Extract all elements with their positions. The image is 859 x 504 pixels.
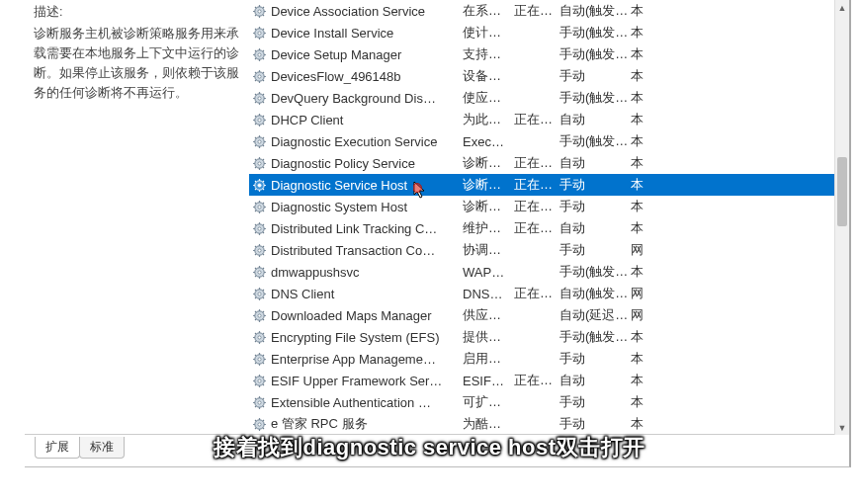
service-description: 使应… [463,89,514,107]
service-row[interactable]: Distributed Link Tracking C…维护…正在…自动本 [249,217,834,239]
service-logon-as: 本 [631,111,648,128]
svg-line-67 [262,144,263,145]
service-logon-as: 本 [631,89,648,107]
service-row[interactable]: Device Install Service使计…手动(触发…本 [249,22,834,43]
svg-line-78 [262,159,263,160]
scroll-up-arrow[interactable]: ▲ [835,0,849,15]
service-description: 为此… [463,111,514,128]
svg-line-117 [262,253,263,254]
vertical-scrollbar[interactable]: ▲ ▼ [834,0,849,435]
service-row[interactable]: Distributed Transaction Co…协调…手动网 [249,239,834,261]
svg-line-99 [255,210,256,210]
svg-point-121 [257,270,260,273]
service-description: 诊断… [463,198,514,215]
service-name: ESIF Upper Framework Ser… [269,374,463,388]
svg-point-171 [257,378,260,381]
svg-line-86 [255,181,256,182]
service-description: 设备… [463,67,514,85]
svg-point-151 [257,335,260,338]
svg-line-179 [255,383,256,384]
service-row[interactable]: Device Setup Manager支持…手动(触发…本 [249,43,834,65]
service-startup-type: 手动 [559,241,631,259]
service-logon-as: 本 [631,350,648,368]
service-name: Encrypting File System (EFS) [269,330,463,345]
service-startup-type: 自动 [559,219,631,237]
svg-line-108 [262,224,263,225]
svg-line-27 [262,57,263,58]
tab-extended[interactable]: 扩展 [35,437,80,459]
service-startup-type: 自动(延迟… [559,306,631,324]
gear-icon [249,308,269,323]
service-row[interactable]: Encrypting File System (EFS)提供…手动(触发…本 [249,326,834,348]
services-list[interactable]: Device Association Service在系…正在…自动(触发…本 … [249,0,834,434]
scroll-thumb[interactable] [837,157,847,226]
svg-line-148 [262,311,263,312]
gear-icon [249,113,269,127]
service-row[interactable]: DevicesFlow_496148b设备…手动本 [249,65,834,87]
service-logon-as: 本 [631,2,648,20]
service-row[interactable]: Diagnostic Service Host诊断…正在…手动本 [249,174,834,196]
svg-line-28 [262,50,263,51]
service-logon-as: 本 [631,45,648,63]
service-logon-as: 网 [631,285,648,302]
scroll-track[interactable] [835,15,849,420]
svg-point-11 [257,31,260,34]
svg-line-59 [255,123,256,124]
service-name: Device Setup Manager [269,47,463,62]
svg-line-88 [262,181,263,182]
svg-line-8 [262,7,263,8]
service-logon-as: 本 [631,372,648,389]
service-row[interactable]: Enterprise App Manageme…启用…手动本 [249,348,834,370]
service-description: 在系… [463,2,514,20]
service-name: Device Install Service [269,26,463,41]
svg-point-31 [257,74,260,77]
service-name: Distributed Link Tracking C… [269,221,463,236]
svg-line-66 [255,137,256,138]
content-area: 描述: 诊断服务主机被诊断策略服务用来承载需要在本地服务上下文中运行的诊断。如果… [25,0,834,435]
service-startup-type: 手动 [559,415,631,433]
svg-line-77 [262,166,263,167]
svg-line-199 [255,427,256,428]
service-row[interactable]: DevQuery Background Dis…使应…手动(触发…本 [249,87,834,109]
scroll-down-arrow[interactable]: ▼ [835,420,849,435]
svg-line-58 [262,116,263,117]
service-row[interactable]: Extensible Authentication …可扩…手动本 [249,391,834,413]
service-row[interactable]: Downloaded Maps Manager供应…自动(延迟…网 [249,304,834,326]
service-description: 维护… [463,219,514,237]
service-row[interactable]: Device Association Service在系…正在…自动(触发…本 [249,0,834,22]
svg-line-197 [262,427,263,428]
svg-point-21 [257,52,260,55]
svg-line-56 [255,116,256,117]
services-window: 描述: 诊断服务主机被诊断策略服务用来承载需要在本地服务上下文中运行的诊断。如果… [25,0,851,467]
svg-line-19 [255,36,256,37]
service-row[interactable]: DNS ClientDNS…正在…自动(触发…网 [249,283,834,304]
svg-line-87 [262,188,263,189]
service-startup-type: 手动 [559,67,631,85]
service-startup-type: 自动 [559,111,631,128]
svg-point-71 [257,161,260,164]
service-status: 正在… [514,372,559,389]
tab-standard[interactable]: 标准 [79,437,125,459]
svg-point-111 [257,248,260,251]
service-name: DNS Client [269,287,463,301]
service-row[interactable]: e 管家 RPC 服务为酷…手动本 [249,413,834,434]
service-description: 供应… [463,306,514,324]
services-list-panel: Device Association Service在系…正在…自动(触发…本 … [249,0,834,434]
service-row[interactable]: dmwappushsvcWAP…手动(触发…本 [249,261,834,283]
service-startup-type: 手动 [559,350,631,368]
service-startup-type: 手动 [559,198,631,215]
gear-icon [249,330,269,345]
svg-line-18 [262,29,263,30]
svg-line-97 [262,210,263,210]
service-row[interactable]: Diagnostic System Host诊断…正在…手动本 [249,196,834,217]
svg-line-178 [262,377,263,378]
gear-icon [249,69,269,84]
service-row[interactable]: DHCP Client为此…正在…自动本 [249,109,834,130]
service-row[interactable]: Diagnostic Policy Service诊断…正在…自动本 [249,152,834,174]
service-name: Diagnostic Service Host [269,178,463,193]
service-row[interactable]: Diagnostic Execution ServiceExec…手动(触发…本 [249,130,834,152]
service-row[interactable]: ESIF Upper Framework Ser…ESIF…正在…自动本 [249,370,834,391]
service-logon-as: 本 [631,132,648,150]
svg-point-191 [257,422,260,425]
svg-line-186 [255,398,256,399]
